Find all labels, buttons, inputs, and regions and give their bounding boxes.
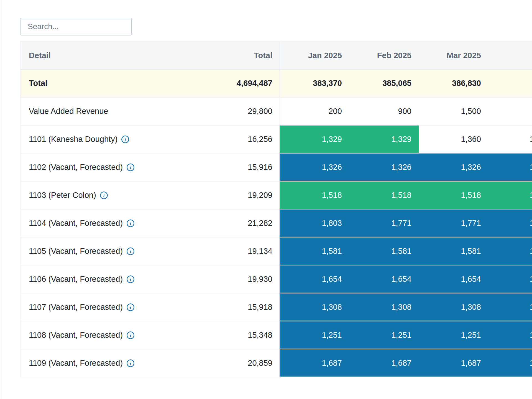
unit-label: 1108 (Vacant, Forecasted) (29, 331, 123, 340)
month-cell-clipped: 1,308 (488, 293, 532, 321)
month-cell-forecast: 1,687 (349, 349, 419, 377)
column-header-detail: Detail (21, 42, 231, 70)
month-cell-occupied: 1,518 (280, 181, 349, 209)
total-cell: 19,930 (231, 265, 280, 293)
info-icon[interactable]: i (126, 331, 135, 339)
month-cell: 386,830 (419, 70, 488, 98)
unit-label: 1104 (Vacant, Forecasted) (29, 219, 123, 228)
month-cell-forecast: 1,581 (419, 237, 488, 265)
month-cell-forecast: 1,251 (280, 321, 349, 349)
month-cell-occupied: 1,329 (349, 126, 419, 154)
detail-cell: 1102 (Vacant, Forecasted) i (21, 154, 231, 181)
detail-cell: 1101 (Kanesha Doughty) i (21, 126, 231, 154)
month-cell: 385,065 (349, 70, 419, 98)
table-row-total: Total 4,694,487 383,370 385,065 386,830 (21, 70, 532, 98)
detail-cell: Value Added Revenue (21, 98, 231, 126)
month-cell-forecast: 1,771 (349, 209, 419, 237)
detail-cell: 1107 (Vacant, Forecasted) i (21, 293, 231, 321)
svg-text:i: i (125, 137, 126, 142)
info-icon[interactable]: i (121, 135, 129, 144)
column-header-clipped (488, 42, 532, 70)
unit-label: 1102 (Vacant, Forecasted) (29, 163, 123, 172)
svg-text:i: i (130, 221, 131, 226)
column-header-mar-2025: Mar 2025 (419, 42, 488, 70)
info-icon[interactable]: i (126, 303, 135, 311)
total-cell: 19,134 (231, 237, 280, 265)
detail-cell: 1104 (Vacant, Forecasted) i (21, 209, 231, 237)
month-cell-clipped: 1,654 (488, 265, 532, 293)
info-icon[interactable]: i (126, 219, 135, 227)
table-row-unit-1105: 1105 (Vacant, Forecasted) i 19,134 1,581… (21, 237, 532, 265)
month-cell: 1,360 (419, 126, 488, 154)
month-cell-forecast: 1,581 (349, 237, 419, 265)
month-cell: 900 (349, 98, 419, 126)
column-header-jan-2025: Jan 2025 (280, 42, 349, 70)
revenue-table: Detail Total Jan 2025 Feb 2025 Mar 2025 … (20, 41, 532, 377)
svg-text:i: i (130, 165, 131, 170)
table-row-unit-1106: 1106 (Vacant, Forecasted) i 19,930 1,654… (21, 265, 532, 293)
search-input[interactable] (20, 18, 132, 35)
month-cell-forecast: 1,803 (280, 209, 349, 237)
month-cell-clipped: 1,251 (488, 321, 532, 349)
info-icon[interactable]: i (126, 275, 135, 283)
total-cell: 19,209 (231, 181, 280, 209)
month-cell-forecast: 1,654 (349, 265, 419, 293)
svg-text:i: i (130, 249, 131, 254)
month-cell-forecast: 1,687 (419, 349, 488, 377)
column-header-feb-2025: Feb 2025 (349, 42, 419, 70)
table-row-unit-1102: 1102 (Vacant, Forecasted) i 15,916 1,326… (21, 154, 532, 181)
revenue-table-scroll-area[interactable]: Detail Total Jan 2025 Feb 2025 Mar 2025 … (20, 41, 532, 377)
unit-label: 1105 (Vacant, Forecasted) (29, 247, 123, 256)
info-icon[interactable]: i (100, 191, 108, 200)
month-cell-forecast: 1,326 (349, 154, 419, 181)
total-cell: 4,694,487 (231, 70, 280, 98)
total-cell: 15,918 (231, 293, 280, 321)
month-cell-forecast: 1,771 (419, 209, 488, 237)
unit-label: 1101 (Kanesha Doughty) (29, 135, 117, 144)
month-cell-forecast: 1,308 (349, 293, 419, 321)
detail-cell: 1103 (Peter Colon) i (21, 181, 231, 209)
month-cell-clipped: 1,360 (488, 126, 532, 154)
detail-cell: 1109 (Vacant, Forecasted) i (21, 349, 231, 377)
total-cell: 16,256 (231, 126, 280, 154)
detail-cell: 1108 (Vacant, Forecasted) i (21, 321, 231, 349)
month-cell-occupied: 1,518 (349, 181, 419, 209)
month-cell-clipped: 1,518 (488, 181, 532, 209)
info-icon[interactable]: i (126, 163, 135, 172)
month-cell-forecast: 1,308 (280, 293, 349, 321)
detail-cell: 1106 (Vacant, Forecasted) i (21, 265, 231, 293)
svg-text:i: i (130, 305, 131, 310)
month-cell-clipped (488, 98, 532, 126)
month-cell-forecast: 1,326 (280, 154, 349, 181)
total-cell: 20,859 (231, 349, 280, 377)
month-cell-clipped: 1,771 (488, 209, 532, 237)
info-icon[interactable]: i (126, 359, 135, 367)
detail-cell: Total (21, 70, 231, 98)
month-cell-clipped: 1,687 (488, 349, 532, 377)
month-cell-forecast: 1,654 (419, 265, 488, 293)
month-cell-forecast: 1,326 (419, 154, 488, 181)
month-cell-forecast: 1,654 (280, 265, 349, 293)
table-row-value-added-revenue: Value Added Revenue 29,800 200 900 1,500 (21, 98, 532, 126)
info-icon[interactable]: i (126, 247, 135, 255)
table-row-unit-1104: 1104 (Vacant, Forecasted) i 21,282 1,803… (21, 209, 532, 237)
month-cell-forecast: 1,251 (349, 321, 419, 349)
month-cell: 1,500 (419, 98, 488, 126)
month-cell: 383,370 (280, 70, 349, 98)
unit-label: 1109 (Vacant, Forecasted) (29, 359, 123, 368)
unit-label: 1103 (Peter Colon) (29, 191, 96, 200)
table-row-unit-1103: 1103 (Peter Colon) i 19,209 1,518 1,518 … (21, 181, 532, 209)
table-row-unit-1107: 1107 (Vacant, Forecasted) i 15,918 1,308… (21, 293, 532, 321)
month-cell-forecast: 1,251 (419, 321, 488, 349)
svg-text:i: i (130, 332, 131, 338)
unit-label: 1107 (Vacant, Forecasted) (29, 303, 123, 312)
page-left-border (2, 0, 2, 399)
total-cell: 21,282 (231, 209, 280, 237)
total-cell: 15,916 (231, 154, 280, 181)
svg-text:i: i (130, 277, 131, 282)
month-cell-forecast: 1,581 (280, 237, 349, 265)
svg-text:i: i (103, 193, 104, 198)
month-cell-forecast: 1,687 (280, 349, 349, 377)
table-row-unit-1109: 1109 (Vacant, Forecasted) i 20,859 1,687… (21, 349, 532, 377)
svg-text:i: i (130, 360, 131, 366)
